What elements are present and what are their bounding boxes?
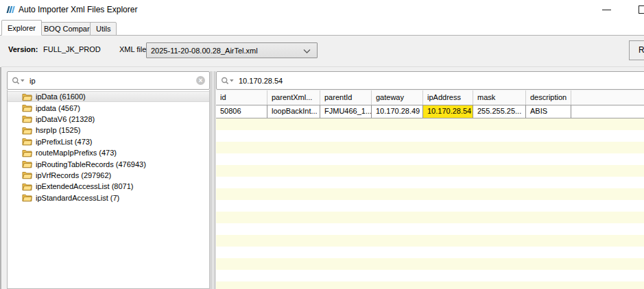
cell-description[interactable]: ABIS: [526, 105, 571, 118]
cell-parentXml[interactable]: loopBackInt...: [267, 105, 320, 118]
cell-parentId[interactable]: FJMU466_1...: [320, 105, 372, 118]
column-header-mask[interactable]: mask: [473, 90, 526, 105]
xml-node-tree: ipData (61600) ipdata (4567) ipDataV6 (2…: [7, 90, 210, 289]
folder-icon: [22, 193, 32, 202]
cell-ipAddress-highlighted[interactable]: 10.170.28.54: [423, 105, 473, 118]
tree-item-label: ipData (61600): [36, 92, 86, 101]
tree-item-label: ipRoutingTableRecords (476943): [36, 160, 146, 168]
window-title: Auto Importer Xml Files Explorer: [19, 0, 137, 19]
tree-item-routeMapIpPrefixs[interactable]: routeMapIpPrefixs (473): [8, 147, 209, 158]
tree-item-label: ipStandardAccessList (7): [36, 194, 119, 202]
maximize-icon[interactable]: [639, 5, 644, 14]
panel-splitter[interactable]: [211, 71, 215, 289]
cell-filler: [571, 105, 644, 118]
cell-id[interactable]: 50806: [216, 105, 267, 118]
tree-item-label: ipPrefixList (473): [36, 138, 93, 146]
tree-item-ipExtendedAccessList[interactable]: ipExtendedAccessList (8071): [8, 181, 209, 192]
tree-item-ipVrfRecords[interactable]: ipVrfRecords (297962): [8, 170, 209, 181]
folder-icon: [22, 114, 32, 123]
explorer-tab-page: Version: FULL_JK_PROD XML file 2025-11-2…: [0, 36, 644, 289]
tab-strip: Explorer BOQ Compare Utils: [0, 19, 644, 36]
records-table: id parentXml... parentId gateway ipAddre…: [216, 90, 644, 289]
tree-item-label: ipVrfRecords (297962): [36, 171, 111, 179]
records-search-input[interactable]: [239, 77, 644, 85]
version-value: FULL_JK_PROD: [43, 45, 101, 53]
toolbar-separator: [1, 66, 644, 67]
folder-icon: [22, 149, 32, 158]
cell-gateway[interactable]: 10.170.28.49: [372, 105, 423, 118]
tree-item-ipRoutingTableRecords[interactable]: ipRoutingTableRecords (476943): [8, 158, 209, 169]
records-search-box[interactable]: [216, 71, 644, 90]
app-logo-icon: [5, 4, 16, 15]
column-header-description[interactable]: description: [526, 90, 571, 105]
table-header-row: id parentXml... parentId gateway ipAddre…: [216, 90, 644, 105]
search-icon: [221, 77, 235, 85]
column-header-gateway[interactable]: gateway: [372, 90, 423, 105]
tree-item-ipPrefixList[interactable]: ipPrefixList (473): [8, 136, 209, 147]
column-header-filler: [571, 90, 644, 105]
tree-panel: × ipData (61600) ipdata (4567) ipDataV6 …: [7, 71, 210, 289]
tree-item-ipdata[interactable]: ipdata (4567): [8, 102, 209, 113]
folder-icon: [22, 160, 32, 168]
empty-striped-rows: [216, 118, 644, 289]
tree-item-label: ipDataV6 (21328): [36, 115, 95, 123]
tree-item-ipDataV6[interactable]: ipDataV6 (21328): [8, 114, 209, 125]
tree-item-label: routeMapIpPrefixs (473): [36, 149, 117, 157]
app-window: Auto Importer Xml Files Explorer Explore…: [0, 0, 644, 289]
tab-utils[interactable]: Utils: [90, 22, 117, 36]
tree-item-ipStandardAccessList[interactable]: ipStandardAccessList (7): [8, 192, 209, 203]
column-header-parentXml[interactable]: parentXml...: [267, 90, 320, 105]
tree-item-label: ipExtendedAccessList (8071): [36, 182, 133, 190]
folder-icon: [22, 137, 32, 146]
xml-file-dropdown[interactable]: 2025-11-20-08.00.28_AirTel.xml: [146, 42, 318, 58]
table-row[interactable]: 50806 loopBackInt... FJMU466_1... 10.170…: [216, 105, 644, 118]
column-header-id[interactable]: id: [216, 90, 267, 105]
tree-item-label: ipdata (4567): [36, 104, 80, 112]
toolbar-right-button[interactable]: R: [629, 40, 644, 60]
cell-mask[interactable]: 255.255.25...: [473, 105, 526, 118]
version-label: Version:: [8, 45, 38, 53]
tree-item-hsrpIp[interactable]: hsrpIp (1525): [8, 125, 209, 136]
xml-file-dropdown-value: 2025-11-20-08.00.28_AirTel.xml: [151, 47, 258, 55]
tree-search-input[interactable]: [29, 77, 196, 85]
folder-icon: [22, 103, 32, 112]
xml-file-label: XML file: [119, 45, 146, 53]
clear-search-icon[interactable]: ×: [196, 76, 205, 85]
tree-item-label: hsrpIp (1525): [36, 126, 80, 134]
minimize-icon[interactable]: [602, 10, 611, 10]
folder-icon: [22, 92, 32, 101]
tab-explorer[interactable]: Explorer: [1, 20, 42, 36]
folder-icon: [22, 171, 32, 179]
titlebar: Auto Importer Xml Files Explorer: [0, 0, 644, 19]
search-icon: [12, 77, 25, 85]
tree-item-ipData[interactable]: ipData (61600): [8, 91, 209, 102]
column-header-ipAddress[interactable]: ipAddress: [423, 90, 473, 105]
window-left-edge: [0, 67, 1, 289]
tree-search-box[interactable]: ×: [7, 71, 210, 90]
folder-icon: [22, 126, 32, 135]
folder-icon: [22, 182, 32, 191]
chevron-down-icon: [303, 49, 311, 53]
column-header-parentId[interactable]: parentId: [320, 90, 372, 105]
records-panel: id parentXml... parentId gateway ipAddre…: [216, 71, 644, 289]
